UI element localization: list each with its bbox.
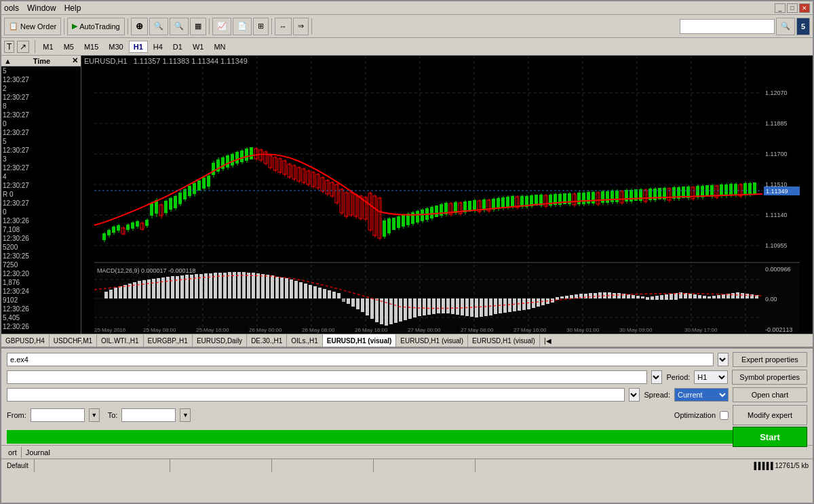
- autotrading-button[interactable]: ▶ AutoTrading: [67, 18, 125, 35]
- svg-rect-362: [280, 277, 284, 298]
- chart-tab-eurusd-visual1[interactable]: EURUSD,H1 (visual): [323, 334, 397, 347]
- tf-d1[interactable]: D1: [168, 41, 187, 53]
- chart-type-button[interactable]: ▦: [190, 18, 206, 35]
- chart-tab-oils[interactable]: OILs.,H1: [287, 334, 322, 347]
- chart-tab-eurusd-visual3[interactable]: EURUSD,H1 (visual): [468, 334, 540, 347]
- svg-rect-340: [176, 276, 179, 298]
- spread-label: Spread:: [644, 391, 670, 399]
- search-input[interactable]: [680, 19, 775, 34]
- period-sep-button[interactable]: ⊞: [253, 18, 269, 35]
- svg-rect-397: [446, 298, 450, 313]
- period-label: Period:: [666, 373, 690, 381]
- tf-m1[interactable]: M1: [38, 41, 58, 53]
- svg-rect-441: [655, 296, 659, 300]
- from-date-picker[interactable]: ▼: [89, 408, 100, 422]
- expert-properties-button[interactable]: Expert properties: [733, 352, 807, 367]
- tf-h1[interactable]: H1: [129, 41, 148, 53]
- menu-help[interactable]: Help: [64, 3, 81, 13]
- left-row-9: 12:30:26: [1, 216, 81, 225]
- left-panel-close[interactable]: ✕: [72, 56, 78, 65]
- expert-file-row: e.ex4 ▼ Expert properties: [7, 352, 807, 367]
- chart-tab-gbpusd[interactable]: GBPUSD,H4: [1, 334, 50, 347]
- toolbar-icon-arrow[interactable]: ↗: [17, 41, 29, 53]
- model-dropdown[interactable]: ▼: [629, 388, 640, 402]
- scroll-button[interactable]: ↔: [275, 18, 292, 35]
- chart-symbol: EURUSD,H1: [84, 57, 128, 65]
- statusbar-empty4: [374, 459, 476, 472]
- svg-rect-448: [689, 294, 692, 298]
- open-chart-button[interactable]: Open chart: [733, 387, 807, 402]
- menu-window[interactable]: Window: [27, 3, 56, 13]
- template-button[interactable]: 📄: [233, 18, 252, 35]
- tf-m5[interactable]: M5: [59, 41, 79, 53]
- chart-tab-oilwti[interactable]: OIL.WTI.,H1: [97, 334, 144, 347]
- svg-rect-75: [193, 183, 196, 194]
- tab-journal[interactable]: Journal: [22, 447, 54, 458]
- svg-text:27 May 00:00: 27 May 00:00: [408, 327, 441, 333]
- expert-file-dropdown[interactable]: ▼: [718, 353, 729, 366]
- tf-m30[interactable]: M30: [104, 41, 128, 53]
- svg-rect-328: [119, 286, 122, 298]
- search-button[interactable]: 🔍: [776, 18, 795, 35]
- chart-area[interactable]: EURUSD,H1 1.11357 1.11383 1.11344 1.1134…: [81, 56, 813, 334]
- svg-rect-175: [430, 207, 433, 218]
- tf-mn[interactable]: MN: [209, 41, 230, 53]
- zoom-in-button[interactable]: 🔍: [149, 18, 168, 35]
- symbol-row: ro vs US Dollar ▼ Period: H1 Symbol prop…: [7, 370, 807, 385]
- from-date-input[interactable]: 2016.04.01: [31, 408, 85, 422]
- svg-rect-458: [736, 292, 739, 298]
- symbol-input[interactable]: ro vs US Dollar: [7, 370, 647, 384]
- tf-w1[interactable]: W1: [188, 41, 209, 53]
- left-value-5b: 5: [1, 137, 81, 146]
- svg-text:26 May 08:00: 26 May 08:00: [302, 327, 335, 333]
- chart-tab-eurgbp[interactable]: EURGBP.,H1: [144, 334, 193, 347]
- svg-rect-396: [442, 298, 445, 313]
- progress-bar: Start: [7, 430, 807, 444]
- svg-rect-251: [610, 191, 614, 202]
- svg-rect-411: [513, 298, 516, 311]
- indicator-button[interactable]: 📈: [212, 18, 231, 35]
- tf-separator: [35, 40, 35, 54]
- toolbar-separator-1: [64, 18, 64, 35]
- svg-rect-350: [223, 273, 227, 298]
- expert-file-input[interactable]: e.ex4: [7, 353, 714, 366]
- start-button[interactable]: Start: [733, 427, 807, 447]
- tf-m15[interactable]: M15: [79, 41, 103, 53]
- maximize-button[interactable]: □: [787, 3, 798, 13]
- tf-h4[interactable]: H4: [149, 41, 168, 53]
- zoom-out-button[interactable]: 🔍: [170, 18, 189, 35]
- left-value-0: 0: [1, 119, 81, 128]
- chart-tab-de30[interactable]: DE.30.,H1: [247, 334, 287, 347]
- svg-rect-444: [670, 294, 673, 300]
- chart-tab-eurusd-daily[interactable]: EURUSD,Daily: [193, 334, 247, 347]
- crosshair-button[interactable]: ⊕: [131, 18, 148, 35]
- to-date-input[interactable]: 2016.05.31: [121, 408, 176, 422]
- profile-button[interactable]: 5: [796, 18, 810, 35]
- svg-rect-409: [503, 298, 507, 313]
- new-order-button[interactable]: 📋 New Order: [4, 18, 61, 35]
- period-select[interactable]: H1: [694, 370, 728, 384]
- tab-report[interactable]: ort: [4, 447, 22, 458]
- modify-expert-button[interactable]: Modify expert: [733, 405, 807, 425]
- symbol-dropdown[interactable]: ▼: [651, 370, 662, 384]
- chart-tab-more[interactable]: |◀: [540, 334, 556, 347]
- model-input[interactable]: nly (fastest method to analyze the bar j…: [7, 388, 625, 402]
- auto-scroll-button[interactable]: ⇒: [293, 18, 309, 35]
- svg-rect-342: [185, 275, 189, 298]
- svg-rect-442: [660, 295, 663, 300]
- spread-select[interactable]: Current: [674, 388, 729, 402]
- svg-text:-0.002113: -0.002113: [765, 326, 793, 333]
- left-row-3: 12:30:27: [1, 111, 81, 119]
- chart-tab-usdchf[interactable]: USDCHF,M1: [50, 334, 97, 347]
- menu-tools[interactable]: ools: [4, 3, 19, 13]
- chart-tab-eurusd-visual2[interactable]: EURUSD,H1 (visual): [396, 334, 468, 347]
- minimize-button[interactable]: _: [775, 3, 786, 13]
- scroll-up-arrow[interactable]: ▲: [4, 57, 12, 65]
- close-button[interactable]: ✕: [799, 3, 810, 13]
- optimization-checkbox[interactable]: [720, 411, 729, 420]
- svg-rect-415: [532, 298, 535, 308]
- toolbar-icon-t[interactable]: T: [4, 41, 14, 53]
- symbol-properties-button[interactable]: Symbol properties: [732, 370, 807, 385]
- svg-rect-358: [261, 274, 265, 298]
- to-date-picker[interactable]: ▼: [180, 408, 191, 422]
